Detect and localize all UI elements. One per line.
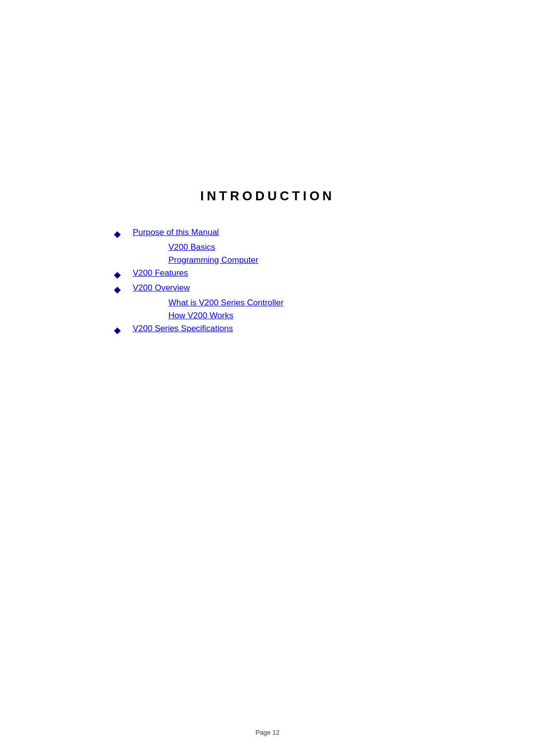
toc-link-v200-features[interactable]: V200 Features (133, 268, 188, 278)
toc-section-purpose: ◆ Purpose of this Manual (114, 228, 421, 239)
bullet-icon-specs: ◆ (114, 325, 124, 336)
page: INTRODUCTION ◆ Purpose of this Manual V2… (0, 0, 535, 756)
page-title: INTRODUCTION (200, 188, 334, 204)
toc-link-v200-overview[interactable]: V200 Overview (133, 283, 190, 293)
toc-link-how-v200-works[interactable]: How V200 Works (168, 311, 421, 321)
toc-link-v200-specs[interactable]: V200 Series Specifications (133, 324, 233, 334)
toc-subitems-purpose: V200 Basics Programming Computer (114, 242, 421, 265)
toc-subitems-overview: What is V200 Series Controller How V200 … (114, 298, 421, 321)
toc-link-purpose[interactable]: Purpose of this Manual (133, 228, 219, 237)
bullet-icon-features: ◆ (114, 269, 124, 280)
toc-link-v200-basics[interactable]: V200 Basics (168, 242, 421, 252)
toc-link-programming-computer[interactable]: Programming Computer (168, 255, 421, 265)
toc-section-specs: ◆ V200 Series Specifications (114, 324, 421, 336)
page-number: Page 12 (256, 729, 279, 736)
bullet-icon-purpose: ◆ (114, 229, 124, 239)
toc-container: ◆ Purpose of this Manual V200 Basics Pro… (114, 228, 421, 337)
toc-link-what-is-v200[interactable]: What is V200 Series Controller (168, 298, 421, 308)
bullet-icon-overview: ◆ (114, 284, 124, 295)
toc-section-overview: ◆ V200 Overview (114, 283, 421, 295)
toc-section-features: ◆ V200 Features (114, 268, 421, 280)
